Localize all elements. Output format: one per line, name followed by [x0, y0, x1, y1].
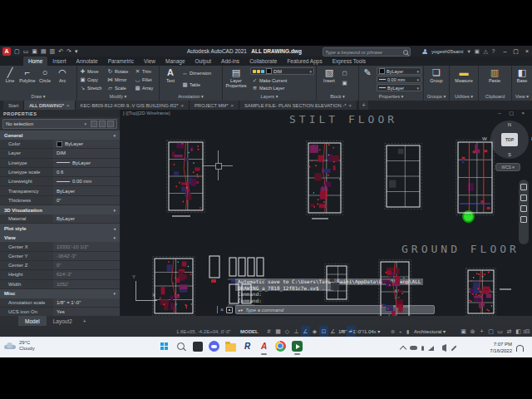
base-tool[interactable]: ◧ Base	[513, 67, 531, 83]
property-row-center-x[interactable]: Center X13331'-10 1/2"	[0, 242, 120, 251]
space-indicator[interactable]: MODEL	[240, 326, 259, 337]
polar-tracking-icon[interactable]: ∠	[301, 326, 310, 337]
file-tab-all-drawing[interactable]: ALL DRAWING*×	[24, 101, 75, 110]
select-objects-icon[interactable]	[99, 121, 106, 127]
stretch-tool[interactable]: ↘Stretch	[80, 84, 101, 91]
task-view-app-icon[interactable]	[191, 340, 204, 352]
property-row-transparency[interactable]: TransparencyByLayer	[0, 186, 120, 195]
undo-icon[interactable]: ↶	[58, 47, 63, 56]
quick-select-icon[interactable]	[107, 121, 114, 127]
alert-icon[interactable]: △	[484, 48, 488, 55]
open-icon[interactable]: ▭	[23, 47, 29, 56]
new-icon[interactable]: ▢	[14, 47, 20, 56]
text-tool[interactable]: A Text	[161, 67, 180, 83]
search-input[interactable]	[325, 49, 401, 56]
arc-tool[interactable]: ◠ Arc	[53, 67, 71, 83]
lineweight-combo[interactable]: 0.00 mm▾	[377, 76, 421, 83]
redo-icon[interactable]: ↷	[66, 47, 71, 56]
property-row-center-y[interactable]: Center Y-3642'-3"	[0, 252, 120, 261]
infer-constraints-icon[interactable]: ◇	[283, 326, 292, 337]
pan-icon[interactable]	[520, 184, 527, 190]
gear-icon[interactable]: ⊛	[391, 326, 395, 337]
plus-icon[interactable]: +	[477, 326, 486, 337]
property-row-width[interactable]: Width1052'	[0, 280, 120, 289]
ribbon-tab-annotate[interactable]: Annotate	[71, 57, 103, 66]
new-drawing-tab-icon[interactable]: +	[359, 101, 368, 110]
grid-icon[interactable]: #	[264, 326, 273, 337]
tab-layout2[interactable]: Layout2	[47, 316, 79, 326]
close-tab-icon[interactable]: ×	[66, 103, 70, 108]
annotation-monitor-icon[interactable]: ▢	[486, 326, 495, 337]
isolate-objects-icon[interactable]: ▣	[459, 326, 468, 337]
match-properties-tool[interactable]: ✎	[359, 67, 376, 78]
object-snap-icon[interactable]: ⊡	[319, 326, 328, 337]
ribbon-tab-home[interactable]: Home	[23, 57, 47, 66]
viewport-control[interactable]: [-][Top][2D Wireframe]	[123, 111, 170, 116]
property-value[interactable]: -3642'-3"	[53, 252, 120, 260]
viewcube-south[interactable]: S	[490, 152, 529, 157]
panel-label-groups[interactable]: Groups ▾	[424, 93, 449, 101]
ribbon-tab-express-tools[interactable]: Express Tools	[328, 57, 371, 66]
property-row-thickness[interactable]: Thickness0"	[0, 196, 120, 205]
customize-icon[interactable]	[226, 307, 233, 313]
selection-combo[interactable]: No selection ▾	[2, 119, 117, 129]
ribbon-tab-manage[interactable]: Manage	[160, 57, 190, 66]
command-close-icon[interactable]: ×	[220, 306, 224, 313]
file-explorer-app-icon[interactable]	[224, 340, 237, 352]
help-icon[interactable]: ?	[492, 48, 495, 54]
block-edit-icon[interactable]: ▢	[342, 69, 347, 76]
drawing-canvas[interactable]: [-][Top][2D Wireframe] – ▢ × STILT FLOOR…	[121, 110, 532, 316]
panel-label-utilities[interactable]: Utilities ▾	[450, 93, 478, 101]
customize-status-icon[interactable]: ≡	[523, 326, 526, 337]
pen-icon[interactable]	[451, 345, 456, 351]
search-icon[interactable]	[403, 50, 408, 55]
wcs-button[interactable]: WCS ▾	[495, 163, 520, 171]
search-app-icon[interactable]	[175, 340, 187, 352]
viewcube-north[interactable]: N	[490, 122, 529, 127]
table-tool[interactable]: ▦Table	[182, 81, 200, 88]
property-value[interactable]: 13331'-10 1/2"	[53, 242, 120, 250]
panel-label-annotation[interactable]: Annotation ▾	[160, 93, 222, 101]
property-value[interactable]: 1/8" = 1'-0"	[53, 298, 120, 307]
match-layer-tool[interactable]: ≋Match Layer	[252, 84, 284, 91]
linetype-combo[interactable]: ByLayer▾	[377, 84, 421, 91]
save-as-icon[interactable]: ▤	[41, 47, 47, 56]
new-layout-icon[interactable]: +	[79, 316, 91, 326]
ribbon-tab-add-ins[interactable]: Add-ins	[216, 57, 244, 66]
panel-label-view[interactable]: View ▾	[512, 93, 532, 101]
command-grip[interactable]	[217, 306, 218, 313]
navigation-bar[interactable]	[519, 180, 529, 244]
ribbon-tab-parametric[interactable]: Parametric	[103, 57, 139, 66]
section-chevron-icon[interactable]: ▾	[113, 133, 116, 138]
volume-icon[interactable]	[438, 344, 446, 352]
plot-icon[interactable]: ▥	[50, 47, 56, 56]
measure-tool[interactable]: ▬ Measure	[455, 67, 473, 83]
panel-label-properties[interactable]: Properties ▾	[359, 93, 423, 101]
adobe-r-app-icon[interactable]: R	[241, 340, 254, 352]
help-search[interactable]	[323, 47, 411, 57]
isolate-icon[interactable]: ▮	[406, 326, 409, 337]
save-icon[interactable]: ▣	[32, 47, 37, 56]
property-row-annotation-scale[interactable]: Annotation scale1/8" = 1'-0"	[0, 298, 120, 308]
microphone-icon[interactable]	[421, 346, 424, 351]
selection-cycling-icon[interactable]: ⇄	[505, 326, 514, 337]
section-chevron-icon[interactable]: ▾	[113, 235, 116, 240]
file-tab-sample-file-plan-section-elevation[interactable]: SAMPLE FILE- PLAN SECTION ELEVATION -*×	[239, 101, 357, 110]
property-row-height[interactable]: Height624'-3"	[0, 270, 120, 279]
qat-dropdown-icon[interactable]: ▾	[75, 47, 78, 56]
file-tab-kec-b809-812-kor-9-v-gis-building-r2[interactable]: KEC-B809-812-KOR-9..V GIS BUILDING-R2*×	[76, 101, 190, 110]
section-chevron-icon[interactable]: ▾	[113, 208, 116, 213]
insert-tool[interactable]: ▧ Insert	[320, 67, 338, 83]
block-define-icon[interactable]: ▣	[342, 79, 347, 86]
drawing-window-controls[interactable]: – ▢ ×	[498, 110, 528, 116]
property-value[interactable]: ByLayer	[53, 214, 120, 223]
autocad-app-icon[interactable]: A	[258, 340, 270, 352]
weather-widget[interactable]: 29°C Cloudy	[4, 340, 35, 352]
panel-label-draw[interactable]: Draw ▾	[0, 93, 76, 101]
onedrive-icon[interactable]	[410, 346, 417, 350]
property-row-color[interactable]: ColorByLayer	[0, 140, 120, 149]
property-row-linetype-scale[interactable]: Linetype scale0.6	[0, 168, 120, 177]
palette-section-plot-style[interactable]: Plot style◂	[0, 224, 120, 233]
section-chevron-icon[interactable]: ▾	[113, 291, 116, 296]
panel-label-modify[interactable]: Modify ▾	[77, 93, 159, 101]
